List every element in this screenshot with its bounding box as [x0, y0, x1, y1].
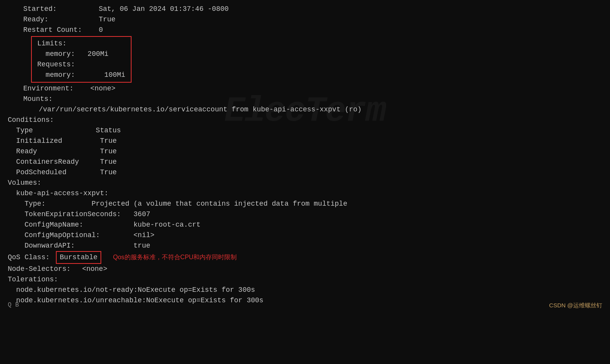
conditions-header: Conditions: [8, 115, 602, 125]
toleration1: node.kubernetes.io/not-ready:NoExecute o… [8, 285, 602, 295]
volume-name: kube-api-access-xxpvt: [8, 188, 602, 199]
restart-count-line: Restart Count: 0 [8, 25, 602, 35]
qos-value: Burstable [56, 251, 101, 264]
started-line: Started: Sat, 06 Jan 2024 01:37:46 -0800 [8, 4, 602, 14]
requests-label: Requests: [37, 59, 125, 70]
qos-annotation: Qos的服务标准，不符合CPU和内存同时限制 [113, 253, 237, 262]
node-selectors-row: Node-Selectors: <none> [8, 264, 602, 274]
node-selectors-value: <none> [74, 264, 107, 274]
toleration2: node.kubernetes.io/unreachable:NoExecute… [8, 295, 602, 306]
volume-token-expiration: TokenExpirationSeconds: 3607 [8, 209, 602, 220]
requests-memory: memory: 100Mi [37, 70, 125, 80]
volumes-header: Volumes: [8, 178, 602, 188]
mounts-line: Mounts: [8, 94, 602, 104]
qos-label: QoS Class: [8, 252, 50, 263]
tolerations-label: Tolerations: [8, 274, 602, 285]
environment-line: Environment: <none> [8, 83, 602, 94]
qos-row: QoS Class: Burstable Qos的服务标准，不符合CPU和内存同… [8, 251, 602, 264]
condition-pod-scheduled: PodScheduled True [8, 167, 602, 178]
volume-downward-api: DownwardAPI: true [8, 241, 602, 251]
mount-path-line: /var/run/secrets/kubernetes.io/serviceac… [8, 104, 602, 115]
condition-initialized: Initialized True [8, 136, 602, 146]
volume-configmap-name: ConfigMapName: kube-root-ca.crt [8, 220, 602, 230]
terminal: Started: Sat, 06 Jan 2024 01:37:46 -0800… [0, 0, 610, 314]
volume-configmap-optional: ConfigMapOptional: <nil> [8, 230, 602, 241]
volume-type: Type: Projected (a volume that contains … [8, 199, 602, 209]
qos-value-wrapper: Burstable [56, 251, 101, 264]
footer-left: Q B [8, 300, 19, 310]
ready-line: Ready: True [8, 14, 602, 25]
limits-block: Limits: memory: 200Mi Requests: memory: … [31, 36, 132, 83]
conditions-type-header: Type Status [8, 125, 602, 136]
node-selectors-label: Node-Selectors: [8, 264, 71, 274]
condition-ready: Ready True [8, 146, 602, 157]
footer-right: CSDN @运维螺丝钉 [549, 301, 602, 310]
limits-memory: memory: 200Mi [37, 49, 125, 59]
limits-label: Limits: [37, 38, 125, 49]
condition-containers-ready: ContainersReady True [8, 157, 602, 167]
